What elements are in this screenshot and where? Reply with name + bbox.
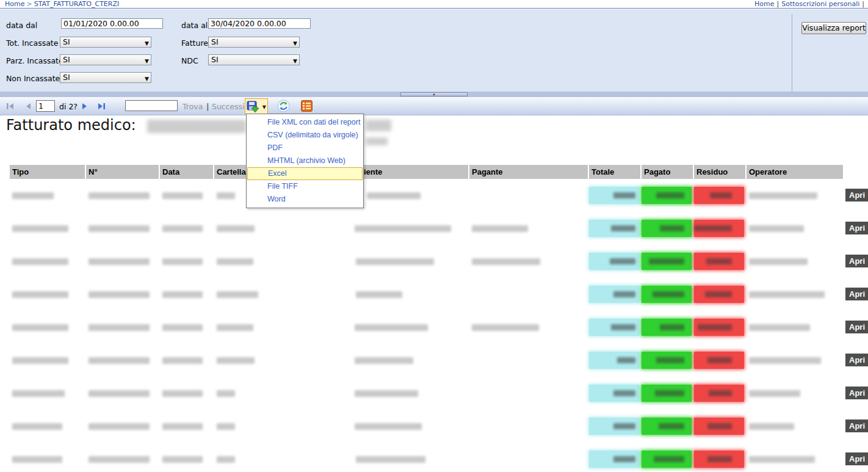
redacted-operatore [749, 390, 800, 397]
redacted-cartella [217, 390, 235, 397]
residuo-cell [694, 319, 744, 336]
report-title: Fatturato medico: [6, 117, 136, 134]
redacted-amount [705, 291, 732, 297]
redacted-tipo [12, 225, 68, 232]
redacted-data [162, 423, 203, 430]
find-label[interactable]: Trova [183, 102, 203, 111]
table-row: Apri [0, 212, 868, 245]
residuo-cell [694, 220, 744, 237]
totale-cell [589, 319, 639, 336]
subscriptions-link[interactable]: Sottoscrizioni personali [781, 0, 859, 8]
residuo-cell [694, 451, 744, 468]
non-incassate-select[interactable]: SI▼ [60, 72, 151, 83]
redacted-text [366, 137, 388, 145]
export-menu-item-csv-delimitato-da-virgole[interactable]: CSV (delimitato da virgole) [247, 129, 363, 142]
tot-incassate-select[interactable]: SI▼ [60, 37, 151, 48]
first-page-icon[interactable] [5, 101, 15, 111]
redacted-numero [89, 192, 150, 199]
redacted-numero [89, 357, 150, 364]
ndc-select[interactable]: SI▼ [208, 54, 300, 65]
data-dal-input[interactable] [61, 18, 163, 29]
page-number-input[interactable] [36, 100, 55, 112]
totale-cell [589, 253, 639, 270]
export-button[interactable]: ▼ [245, 98, 268, 114]
refresh-icon[interactable] [277, 100, 290, 112]
redacted-cartella [217, 192, 235, 199]
column-header-operatore: Operatore [747, 165, 843, 179]
apri-button[interactable]: Apri [845, 354, 868, 366]
export-menu-item-excel[interactable]: Excel [247, 167, 363, 180]
totale-cell [589, 451, 639, 468]
redacted-data [162, 225, 203, 232]
redacted-cliente [355, 423, 422, 430]
redacted-amount [613, 423, 635, 429]
top-links-separator-2: | [859, 0, 867, 8]
pagato-cell [642, 253, 692, 270]
apri-button[interactable]: Apri [845, 288, 868, 300]
redacted-amount [710, 192, 732, 198]
search-input[interactable] [125, 100, 178, 111]
redacted-pagante [472, 258, 540, 265]
collapse-parameters-handle[interactable]: ▲ [400, 92, 468, 96]
redacted-data [162, 456, 203, 463]
breadcrumb-current-link[interactable]: STAT_FATTURATO_CTERZI [34, 0, 120, 8]
table-row: Apri [0, 179, 868, 212]
redacted-amount [694, 225, 732, 231]
next-page-icon[interactable] [80, 101, 90, 111]
breadcrumb-home-link[interactable]: Home [5, 0, 24, 8]
redacted-data [162, 390, 203, 397]
column-header-residuo: Residuo [694, 165, 745, 179]
export-menu-item-file-xml-con-dati-del-report[interactable]: File XML con dati del report [247, 116, 363, 129]
redacted-data [162, 291, 203, 298]
last-page-icon[interactable] [96, 101, 106, 111]
apri-button[interactable]: Apri [845, 222, 868, 234]
table-row: Apri [0, 377, 868, 410]
apri-button[interactable]: Apri [845, 387, 868, 399]
data-feed-icon[interactable] [301, 100, 313, 112]
redacted-amount [655, 390, 684, 396]
top-bar: Home>STAT_FATTURATO_CTERZI Home|Sottoscr… [0, 0, 868, 9]
redacted-data [162, 357, 203, 364]
export-menu-item-word[interactable]: Word [247, 193, 363, 206]
redacted-amount [707, 423, 732, 429]
non-incassate-value: SI [63, 73, 70, 82]
redacted-data [162, 192, 203, 199]
redacted-amount [698, 324, 732, 330]
redacted-amount [656, 357, 684, 363]
totale-cell [589, 385, 639, 402]
chevron-down-icon: ▼ [145, 74, 149, 84]
redacted-operatore [749, 423, 794, 430]
table-row: Apri [0, 344, 868, 377]
fatture-select[interactable]: SI▼ [208, 37, 300, 48]
export-menu-item-file-tiff[interactable]: File TIFF [247, 180, 363, 193]
apri-button[interactable]: Apri [845, 189, 868, 202]
totale-cell [589, 286, 639, 303]
column-header-cliente: Cliente [353, 165, 468, 179]
redacted-cartella [217, 357, 255, 364]
export-menu-item-pdf[interactable]: PDF [247, 142, 363, 154]
totale-cell [589, 418, 639, 435]
breadcrumb-separator: > [24, 0, 34, 8]
previous-page-icon[interactable] [23, 101, 33, 111]
redacted-operatore [749, 324, 810, 331]
redacted-amount [613, 291, 635, 297]
apri-button[interactable]: Apri [845, 255, 868, 267]
residuo-cell [694, 187, 744, 204]
apri-button[interactable]: Apri [845, 321, 868, 333]
apri-button[interactable]: Apri [845, 452, 868, 465]
parz-incassate-select[interactable]: SI▼ [60, 54, 151, 65]
export-menu-item-mhtml-archivio-web[interactable]: MHTML (archivio Web) [247, 154, 363, 167]
column-header-totale: Totale [589, 165, 640, 179]
data-al-input[interactable] [208, 18, 311, 29]
view-report-button[interactable]: Visualizza report [801, 22, 866, 34]
home-link[interactable]: Home [754, 0, 774, 8]
save-export-icon [247, 101, 260, 113]
redacted-cartella [217, 324, 253, 331]
data-al-label: data al [181, 21, 208, 30]
redacted-amount [653, 291, 684, 297]
residuo-cell [694, 352, 744, 369]
redacted-amount [611, 324, 635, 330]
apri-button[interactable]: Apri [845, 419, 868, 432]
pagato-cell [642, 319, 692, 336]
redacted-cliente [356, 291, 402, 298]
